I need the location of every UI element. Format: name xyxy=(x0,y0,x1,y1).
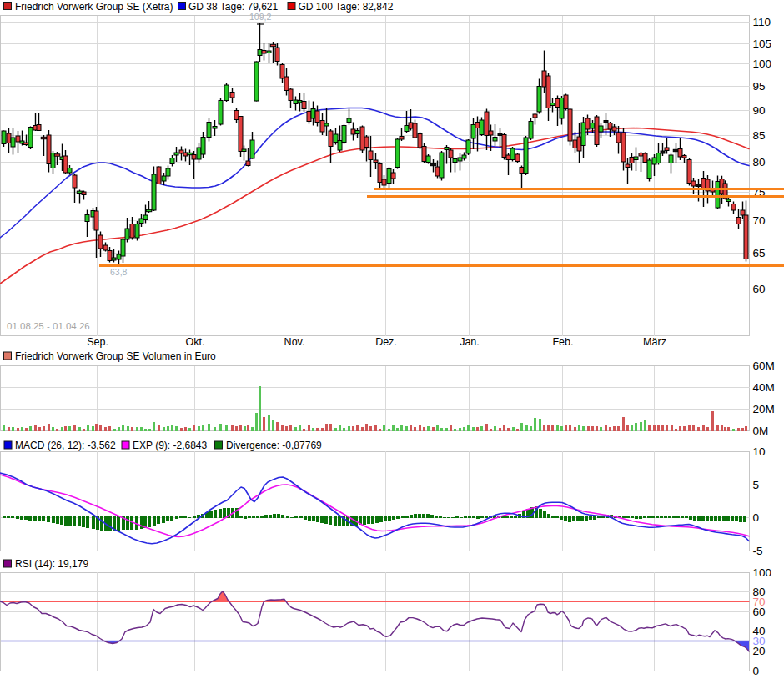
svg-text:MACD (26, 12): -3,562: MACD (26, 12): -3,562 xyxy=(15,440,116,451)
svg-text:Divergence: -0,87769: Divergence: -0,87769 xyxy=(226,440,322,451)
svg-text:95: 95 xyxy=(753,80,766,93)
svg-text:70: 70 xyxy=(753,214,766,227)
svg-text:GD 38 Tage: 79,621: GD 38 Tage: 79,621 xyxy=(188,1,279,13)
svg-text:Dez.: Dez. xyxy=(375,336,397,348)
svg-text:Jan.: Jan. xyxy=(460,336,480,348)
svg-text:60: 60 xyxy=(753,606,766,618)
svg-text:Friedrich Vorwerk Group SE Vol: Friedrich Vorwerk Group SE Volumen in Eu… xyxy=(15,350,216,362)
svg-text:GD 100 Tage: 82,842: GD 100 Tage: 82,842 xyxy=(299,1,394,13)
svg-text:60M: 60M xyxy=(753,360,775,372)
svg-text:110: 110 xyxy=(753,16,771,28)
svg-text:Sep.: Sep. xyxy=(87,336,108,348)
svg-text:65: 65 xyxy=(753,247,766,259)
svg-text:20: 20 xyxy=(753,645,766,657)
svg-text:100: 100 xyxy=(753,58,772,70)
svg-text:109,2: 109,2 xyxy=(249,12,271,22)
svg-text:5: 5 xyxy=(753,479,760,491)
svg-text:März: März xyxy=(643,336,666,348)
svg-text:EXP (9): -2,6843: EXP (9): -2,6843 xyxy=(133,440,207,451)
svg-text:105: 105 xyxy=(753,38,772,50)
svg-text:0: 0 xyxy=(753,665,760,677)
svg-text:Okt.: Okt. xyxy=(186,336,205,348)
svg-text:Friedrich Vorwerk Group SE (Xe: Friedrich Vorwerk Group SE (Xetra) xyxy=(15,1,173,13)
svg-text:Feb.: Feb. xyxy=(552,336,573,348)
svg-text:85: 85 xyxy=(753,129,766,142)
svg-text:0M: 0M xyxy=(753,425,769,437)
svg-text:63,8: 63,8 xyxy=(110,267,128,277)
svg-text:20M: 20M xyxy=(753,403,775,415)
svg-text:90: 90 xyxy=(753,104,766,117)
svg-text:Nov.: Nov. xyxy=(284,336,305,348)
svg-text:0: 0 xyxy=(753,511,760,524)
svg-text:10: 10 xyxy=(753,445,766,458)
svg-text:01.08.25 - 01.04.26: 01.08.25 - 01.04.26 xyxy=(7,321,90,331)
svg-text:RSI (14): 19,179: RSI (14): 19,179 xyxy=(15,558,88,570)
svg-text:80: 80 xyxy=(753,156,766,168)
svg-text:60: 60 xyxy=(753,283,766,295)
svg-text:100: 100 xyxy=(753,566,772,579)
svg-text:40M: 40M xyxy=(753,381,775,394)
svg-text:-5: -5 xyxy=(753,545,763,557)
